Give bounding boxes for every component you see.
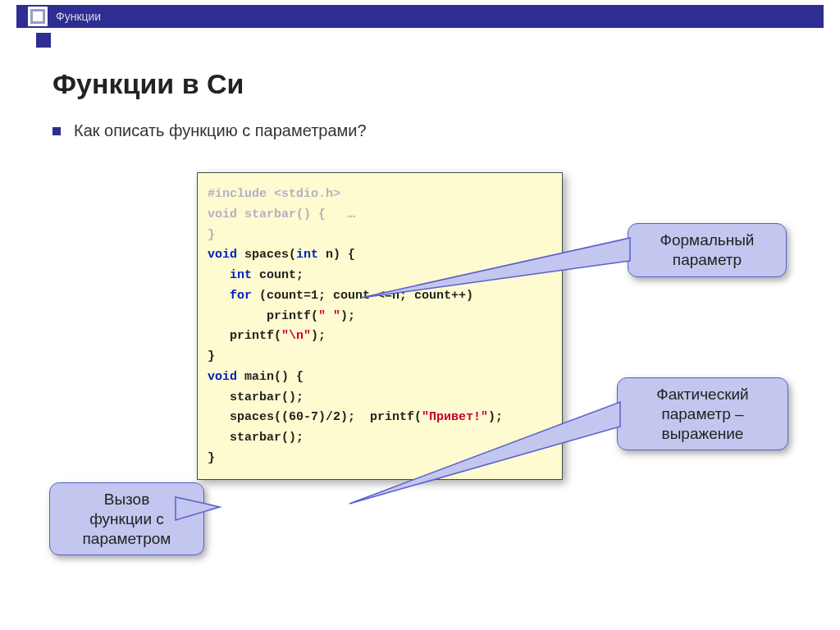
code-line: for (count=1; count <=n; count++) xyxy=(208,286,552,307)
code-line: starbar(); xyxy=(208,388,552,409)
code-line: spaces((60-7)/2); printf("Привет!"); xyxy=(208,408,552,428)
code-line: } xyxy=(208,347,552,368)
code-line: #include <stdio.h> xyxy=(208,185,552,205)
slide-header: Функции xyxy=(16,5,824,28)
slide-title: Функции в Си xyxy=(52,68,244,100)
subtitle-text: Как описать функцию с параметрами? xyxy=(74,121,367,140)
code-line: printf(" "); xyxy=(208,307,552,327)
code-line: starbar(); xyxy=(208,428,552,449)
code-line: printf("\n"); xyxy=(208,326,552,347)
callout-function-call: Вызовфункции спараметром xyxy=(49,482,204,555)
header-bullet-icon xyxy=(28,7,48,26)
slide-subtitle: Как описать функцию с параметрами? xyxy=(52,121,367,140)
code-line: void main() { xyxy=(208,368,552,388)
bullet-icon xyxy=(52,127,61,135)
code-line: void spaces(int n) { xyxy=(208,245,552,266)
header-section: Функции xyxy=(56,10,101,23)
code-line: } xyxy=(208,449,552,469)
code-line: int count; xyxy=(208,266,552,286)
code-box: #include <stdio.h> void starbar() { … } … xyxy=(197,172,563,480)
callout-formal-parameter: Формальныйпараметр xyxy=(628,223,787,277)
code-line: } xyxy=(208,226,552,246)
code-line: void starbar() { … xyxy=(208,205,552,226)
header-notch-icon xyxy=(33,30,54,51)
page-number: 23 xyxy=(803,8,817,22)
callout-actual-parameter: Фактическийпараметр –выражение xyxy=(617,377,788,450)
